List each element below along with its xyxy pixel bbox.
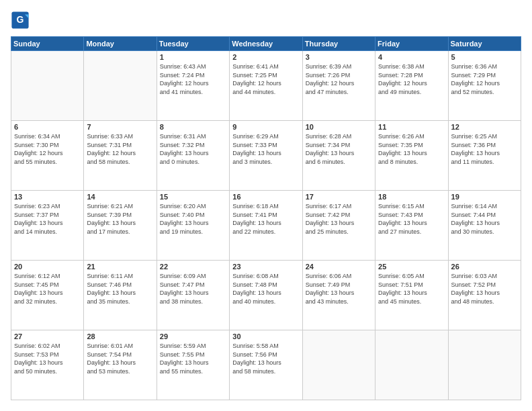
day-number: 5 [451,53,518,61]
day-info: Sunrise: 6:39 AM Sunset: 7:26 PM Dayligh… [306,62,372,96]
calendar-cell: 26Sunrise: 6:03 AM Sunset: 7:52 PM Dayli… [448,261,521,330]
weekday-header: Tuesday [157,37,229,51]
calendar-week-row: 20Sunrise: 6:12 AM Sunset: 7:45 PM Dayli… [11,261,521,330]
calendar-week-row: 6Sunrise: 6:34 AM Sunset: 7:30 PM Daylig… [11,121,521,191]
day-number: 3 [306,53,372,61]
calendar-cell: 11Sunrise: 6:26 AM Sunset: 7:35 PM Dayli… [375,121,448,191]
weekday-header: Thursday [302,37,375,51]
day-info: Sunrise: 6:34 AM Sunset: 7:30 PM Dayligh… [14,132,81,166]
calendar-cell: 21Sunrise: 6:11 AM Sunset: 7:46 PM Dayli… [84,261,157,330]
weekday-header: Sunday [11,37,84,51]
day-info: Sunrise: 6:29 AM Sunset: 7:33 PM Dayligh… [232,132,299,166]
day-number: 17 [306,193,372,201]
calendar-cell: 30Sunrise: 5:58 AM Sunset: 7:56 PM Dayli… [230,330,302,400]
day-number: 27 [14,332,81,340]
day-info: Sunrise: 6:17 AM Sunset: 7:42 PM Dayligh… [306,202,372,236]
calendar-cell: 13Sunrise: 6:23 AM Sunset: 7:37 PM Dayli… [11,191,84,261]
calendar-cell [11,51,84,121]
day-info: Sunrise: 6:08 AM Sunset: 7:48 PM Dayligh… [232,272,299,306]
day-number: 7 [87,123,153,131]
day-info: Sunrise: 6:05 AM Sunset: 7:51 PM Dayligh… [378,272,445,306]
day-info: Sunrise: 6:18 AM Sunset: 7:41 PM Dayligh… [232,202,299,236]
calendar-cell: 2Sunrise: 6:41 AM Sunset: 7:25 PM Daylig… [230,51,302,121]
calendar-cell: 3Sunrise: 6:39 AM Sunset: 7:26 PM Daylig… [302,51,375,121]
calendar-cell: 10Sunrise: 6:28 AM Sunset: 7:34 PM Dayli… [302,121,375,191]
logo: G [11,11,31,30]
calendar-table: SundayMondayTuesdayWednesdayThursdayFrid… [11,36,521,400]
calendar-cell: 24Sunrise: 6:06 AM Sunset: 7:49 PM Dayli… [302,261,375,330]
calendar-cell: 7Sunrise: 6:33 AM Sunset: 7:31 PM Daylig… [84,121,157,191]
calendar-week-row: 13Sunrise: 6:23 AM Sunset: 7:37 PM Dayli… [11,191,521,261]
calendar-cell: 17Sunrise: 6:17 AM Sunset: 7:42 PM Dayli… [302,191,375,261]
day-number: 18 [378,193,445,201]
calendar-cell [375,330,448,400]
day-number: 4 [378,53,445,61]
day-number: 12 [451,123,518,131]
day-number: 9 [232,123,299,131]
day-number: 22 [160,263,226,271]
day-number: 1 [160,53,226,61]
calendar-cell: 14Sunrise: 6:21 AM Sunset: 7:39 PM Dayli… [84,191,157,261]
day-info: Sunrise: 5:58 AM Sunset: 7:56 PM Dayligh… [232,342,299,375]
day-number: 2 [232,53,299,61]
day-info: Sunrise: 6:11 AM Sunset: 7:46 PM Dayligh… [87,272,153,306]
day-info: Sunrise: 6:38 AM Sunset: 7:28 PM Dayligh… [378,62,445,96]
day-info: Sunrise: 6:15 AM Sunset: 7:43 PM Dayligh… [378,202,445,236]
calendar-cell: 1Sunrise: 6:43 AM Sunset: 7:24 PM Daylig… [157,51,229,121]
weekday-header: Friday [375,37,448,51]
day-info: Sunrise: 6:01 AM Sunset: 7:54 PM Dayligh… [87,342,153,375]
weekday-header: Saturday [448,37,521,51]
calendar-cell: 28Sunrise: 6:01 AM Sunset: 7:54 PM Dayli… [84,330,157,400]
calendar-cell: 27Sunrise: 6:02 AM Sunset: 7:53 PM Dayli… [11,330,84,400]
day-number: 25 [378,263,445,271]
svg-text:G: G [17,14,24,25]
calendar-cell: 18Sunrise: 6:15 AM Sunset: 7:43 PM Dayli… [375,191,448,261]
day-info: Sunrise: 5:59 AM Sunset: 7:55 PM Dayligh… [160,342,226,375]
day-info: Sunrise: 6:26 AM Sunset: 7:35 PM Dayligh… [378,132,445,166]
day-info: Sunrise: 6:02 AM Sunset: 7:53 PM Dayligh… [14,342,81,375]
day-number: 29 [160,332,226,340]
day-info: Sunrise: 6:33 AM Sunset: 7:31 PM Dayligh… [87,132,153,166]
day-info: Sunrise: 6:09 AM Sunset: 7:47 PM Dayligh… [160,272,226,306]
day-info: Sunrise: 6:21 AM Sunset: 7:39 PM Dayligh… [87,202,153,236]
day-number: 14 [87,193,153,201]
day-number: 11 [378,123,445,131]
calendar-header-row: SundayMondayTuesdayWednesdayThursdayFrid… [11,37,521,51]
calendar-cell: 20Sunrise: 6:12 AM Sunset: 7:45 PM Dayli… [11,261,84,330]
day-info: Sunrise: 6:14 AM Sunset: 7:44 PM Dayligh… [451,202,518,236]
day-number: 6 [14,123,81,131]
day-number: 23 [232,263,299,271]
day-number: 30 [232,332,299,340]
day-number: 8 [160,123,226,131]
calendar-cell [302,330,375,400]
day-number: 16 [232,193,299,201]
calendar-cell: 5Sunrise: 6:36 AM Sunset: 7:29 PM Daylig… [448,51,521,121]
calendar-cell: 4Sunrise: 6:38 AM Sunset: 7:28 PM Daylig… [375,51,448,121]
calendar-cell: 6Sunrise: 6:34 AM Sunset: 7:30 PM Daylig… [11,121,84,191]
calendar-cell: 23Sunrise: 6:08 AM Sunset: 7:48 PM Dayli… [230,261,302,330]
day-number: 15 [160,193,226,201]
day-info: Sunrise: 6:41 AM Sunset: 7:25 PM Dayligh… [232,62,299,96]
calendar-cell: 16Sunrise: 6:18 AM Sunset: 7:41 PM Dayli… [230,191,302,261]
day-number: 19 [451,193,518,201]
calendar-cell: 12Sunrise: 6:25 AM Sunset: 7:36 PM Dayli… [448,121,521,191]
calendar-cell [84,51,157,121]
day-info: Sunrise: 6:03 AM Sunset: 7:52 PM Dayligh… [451,272,518,306]
day-info: Sunrise: 6:36 AM Sunset: 7:29 PM Dayligh… [451,62,518,96]
day-info: Sunrise: 6:23 AM Sunset: 7:37 PM Dayligh… [14,202,81,236]
header: G [11,11,521,30]
day-info: Sunrise: 6:25 AM Sunset: 7:36 PM Dayligh… [451,132,518,166]
day-info: Sunrise: 6:06 AM Sunset: 7:49 PM Dayligh… [306,272,372,306]
day-number: 20 [14,263,81,271]
logo-icon: G [11,11,30,30]
calendar-cell: 9Sunrise: 6:29 AM Sunset: 7:33 PM Daylig… [230,121,302,191]
calendar-week-row: 1Sunrise: 6:43 AM Sunset: 7:24 PM Daylig… [11,51,521,121]
day-info: Sunrise: 6:31 AM Sunset: 7:32 PM Dayligh… [160,132,226,166]
calendar-cell: 22Sunrise: 6:09 AM Sunset: 7:47 PM Dayli… [157,261,229,330]
calendar-cell: 8Sunrise: 6:31 AM Sunset: 7:32 PM Daylig… [157,121,229,191]
day-number: 13 [14,193,81,201]
calendar-cell: 29Sunrise: 5:59 AM Sunset: 7:55 PM Dayli… [157,330,229,400]
calendar-cell [448,330,521,400]
day-info: Sunrise: 6:43 AM Sunset: 7:24 PM Dayligh… [160,62,226,96]
calendar-cell: 15Sunrise: 6:20 AM Sunset: 7:40 PM Dayli… [157,191,229,261]
